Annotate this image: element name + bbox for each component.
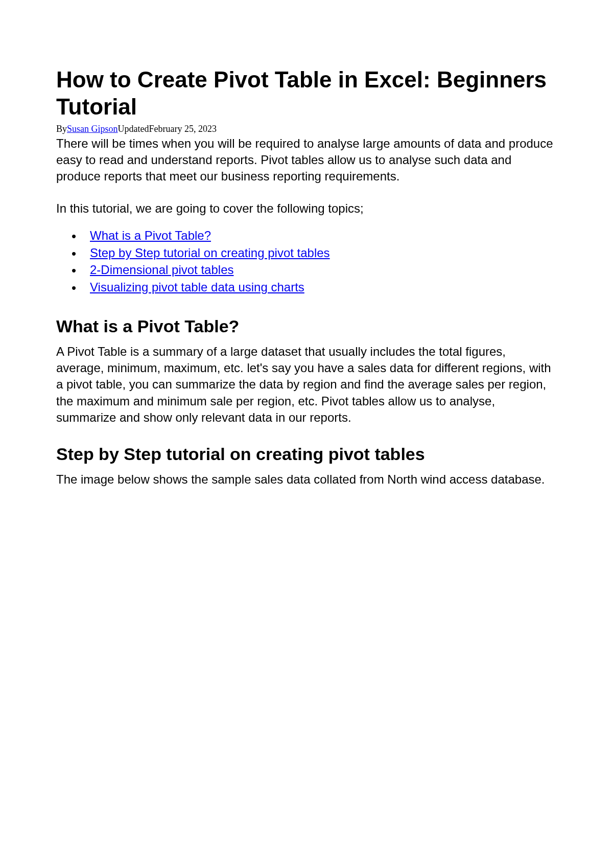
list-item: Step by Step tutorial on creating pivot …	[81, 244, 557, 262]
author-link[interactable]: Susan Gipson	[67, 124, 118, 134]
updated-date: February 25, 2023	[149, 124, 217, 134]
section-body: A Pivot Table is a summary of a large da…	[56, 344, 557, 426]
topic-link[interactable]: Step by Step tutorial on creating pivot …	[90, 246, 330, 260]
topic-link[interactable]: Visualizing pivot table data using chart…	[90, 280, 304, 294]
list-item: 2-Dimensional pivot tables	[81, 261, 557, 279]
topics-intro: In this tutorial, we are going to cover …	[56, 200, 557, 217]
topics-list: What is a Pivot Table? Step by Step tuto…	[56, 227, 557, 295]
byline-prefix: By	[56, 124, 67, 134]
list-item: What is a Pivot Table?	[81, 227, 557, 244]
topic-link[interactable]: 2-Dimensional pivot tables	[90, 263, 233, 277]
intro-paragraph: There will be times when you will be req…	[56, 135, 557, 185]
byline: BySusan GipsonUpdatedFebruary 25, 2023	[56, 124, 557, 134]
section-heading: What is a Pivot Table?	[56, 316, 557, 336]
section-heading: Step by Step tutorial on creating pivot …	[56, 444, 557, 464]
section-body: The image below shows the sample sales d…	[56, 471, 557, 488]
list-item: Visualizing pivot table data using chart…	[81, 279, 557, 296]
page-title: How to Create Pivot Table in Excel: Begi…	[56, 66, 557, 121]
topic-link[interactable]: What is a Pivot Table?	[90, 229, 211, 242]
updated-label: Updated	[118, 124, 149, 134]
